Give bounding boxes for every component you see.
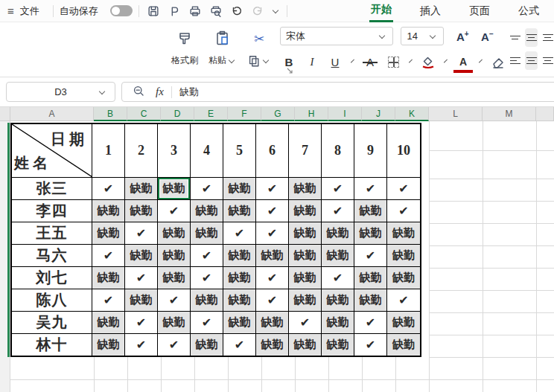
attendance-cell-present[interactable]: ✔ (387, 200, 420, 222)
copy-dropdown-icon[interactable] (263, 57, 269, 63)
align-bottom-button[interactable] (541, 28, 554, 47)
main-menu-icon[interactable]: ≡ (7, 4, 14, 17)
attendance-cell-absent[interactable]: 缺勤 (223, 178, 256, 199)
attendance-cell-present[interactable]: ✔ (354, 312, 387, 333)
attendance-cell-absent[interactable]: 缺勤 (289, 200, 322, 222)
export-icon[interactable] (166, 3, 182, 19)
attendance-cell-present[interactable]: ✔ (191, 267, 223, 289)
column-header-f[interactable]: F (228, 107, 261, 121)
column-header-c[interactable]: C (127, 107, 161, 121)
attendance-cell-absent[interactable]: 缺勤 (223, 289, 256, 311)
day-header-cell[interactable]: 8 (322, 124, 354, 177)
print-icon[interactable] (187, 3, 203, 19)
attendance-cell-present[interactable]: ✔ (387, 178, 420, 199)
attendance-cell-absent[interactable]: 缺勤 (289, 178, 322, 199)
column-header-k[interactable]: K (395, 107, 429, 121)
attendance-cell-absent[interactable]: 缺勤 (92, 200, 125, 222)
tab-formula[interactable]: 公式 (517, 1, 541, 22)
strikethrough-button[interactable]: A (361, 53, 379, 71)
font-color-button[interactable]: A (454, 53, 472, 71)
print-preview-icon[interactable] (208, 3, 224, 19)
attendance-cell-absent[interactable]: 缺勤 (191, 334, 223, 356)
attendance-cell-present[interactable]: ✔ (223, 334, 256, 356)
day-header-cell[interactable]: 5 (223, 124, 256, 177)
attendance-cell-present[interactable]: ✔ (125, 267, 158, 289)
attendance-cell-absent[interactable]: 缺勤 (256, 245, 289, 266)
attendance-cell-absent[interactable]: 缺勤 (158, 222, 191, 244)
save-icon[interactable] (145, 3, 162, 19)
tab-insert[interactable]: 插入 (418, 1, 442, 22)
undo-icon[interactable] (229, 3, 245, 19)
attendance-cell-absent[interactable]: 缺勤 (223, 245, 256, 266)
attendance-cell-absent[interactable]: 缺勤 (289, 267, 322, 289)
tab-page[interactable]: 页面 (468, 1, 491, 22)
attendance-cell-absent[interactable]: 缺勤 (158, 312, 191, 333)
attendance-cell-present[interactable]: ✔ (158, 289, 191, 311)
more-dropdown-icon[interactable] (273, 7, 278, 13)
student-name-cell[interactable]: 李四 (12, 200, 92, 222)
attendance-cell-present[interactable]: ✔ (125, 222, 158, 244)
attendance-cell-present[interactable]: ✔ (354, 245, 387, 266)
attendance-cell-absent[interactable]: 缺勤 (191, 200, 223, 222)
attendance-cell-absent[interactable]: 缺勤 (354, 222, 387, 244)
attendance-cell-absent[interactable]: 缺勤 (92, 312, 125, 333)
attendance-cell-absent[interactable]: 缺勤 (223, 200, 256, 222)
attendance-cell-absent[interactable]: 缺勤 (223, 312, 256, 333)
attendance-cell-absent[interactable]: 缺勤 (322, 289, 354, 311)
decrease-font-button[interactable]: A− (481, 30, 494, 43)
day-header-cell[interactable]: 7 (289, 124, 322, 177)
attendance-cell-present[interactable]: ✔ (256, 289, 289, 311)
day-header-cell[interactable]: 1 (92, 124, 125, 177)
search-icon[interactable] (133, 85, 145, 100)
formula-input[interactable]: fx 缺勤 (121, 82, 554, 102)
attendance-cell-absent[interactable]: 缺勤 (125, 289, 158, 311)
attendance-cell-absent[interactable]: 缺勤 (289, 334, 322, 356)
attendance-cell-absent[interactable]: 缺勤 (354, 200, 387, 222)
attendance-cell-absent[interactable]: 缺勤 (92, 334, 125, 356)
column-header-l[interactable]: L (429, 107, 483, 121)
attendance-cell-present[interactable]: ✔ (92, 289, 125, 311)
day-header-cell[interactable]: 3 (158, 124, 191, 177)
paste-dropdown-icon[interactable] (229, 57, 235, 62)
format-painter-button[interactable]: 格式刷 (171, 27, 198, 68)
attendance-cell-absent[interactable]: 缺勤 (125, 178, 158, 199)
fill-color-dropdown-icon[interactable] (444, 60, 448, 63)
name-box-dropdown-icon[interactable] (99, 88, 105, 94)
day-header-cell[interactable]: 4 (191, 124, 223, 177)
redo-icon[interactable] (249, 3, 266, 19)
column-header-d[interactable]: D (161, 107, 194, 121)
column-header-h[interactable]: H (295, 107, 328, 121)
clear-format-button[interactable] (489, 53, 507, 71)
align-right-button[interactable] (541, 51, 554, 70)
copy-button[interactable] (247, 54, 271, 68)
attendance-cell-present[interactable]: ✔ (322, 267, 354, 289)
attendance-cell-present[interactable]: ✔ (125, 334, 158, 356)
attendance-cell-absent[interactable]: 缺勤 (322, 222, 354, 244)
attendance-cell-present[interactable]: ✔ (256, 178, 289, 199)
attendance-cell-absent[interactable]: 缺勤 (256, 334, 289, 356)
attendance-cell-absent[interactable]: 缺勤 (387, 222, 420, 244)
cut-icon[interactable]: ✂ (254, 27, 264, 51)
attendance-cell-absent[interactable]: 缺勤 (158, 178, 191, 199)
column-header-j[interactable]: J (362, 107, 395, 121)
underline-button[interactable]: U (326, 53, 344, 71)
attendance-cell-absent[interactable]: 缺勤 (125, 245, 158, 266)
attendance-cell-absent[interactable]: 缺勤 (322, 334, 354, 356)
attendance-cell-present[interactable]: ✔ (92, 178, 125, 199)
column-header-g[interactable]: G (261, 107, 295, 121)
file-menu[interactable]: 文件 (20, 4, 39, 18)
attendance-cell-absent[interactable]: 缺勤 (289, 245, 322, 266)
font-size-select[interactable]: 14 (401, 27, 444, 45)
align-middle-button[interactable] (525, 28, 538, 47)
borders-button[interactable] (384, 53, 402, 71)
align-top-button[interactable] (509, 28, 521, 47)
attendance-cell-present[interactable]: ✔ (289, 312, 322, 333)
day-header-cell[interactable]: 6 (256, 124, 289, 177)
attendance-cell-absent[interactable]: 缺勤 (354, 267, 387, 289)
select-all-corner[interactable] (0, 107, 10, 121)
attendance-cell-absent[interactable]: 缺勤 (387, 312, 420, 333)
borders-dropdown-icon[interactable] (409, 60, 413, 63)
attendance-cell-absent[interactable]: 缺勤 (289, 222, 322, 244)
bold-button[interactable]: B (280, 53, 298, 71)
day-header-cell[interactable]: 10 (387, 124, 420, 177)
